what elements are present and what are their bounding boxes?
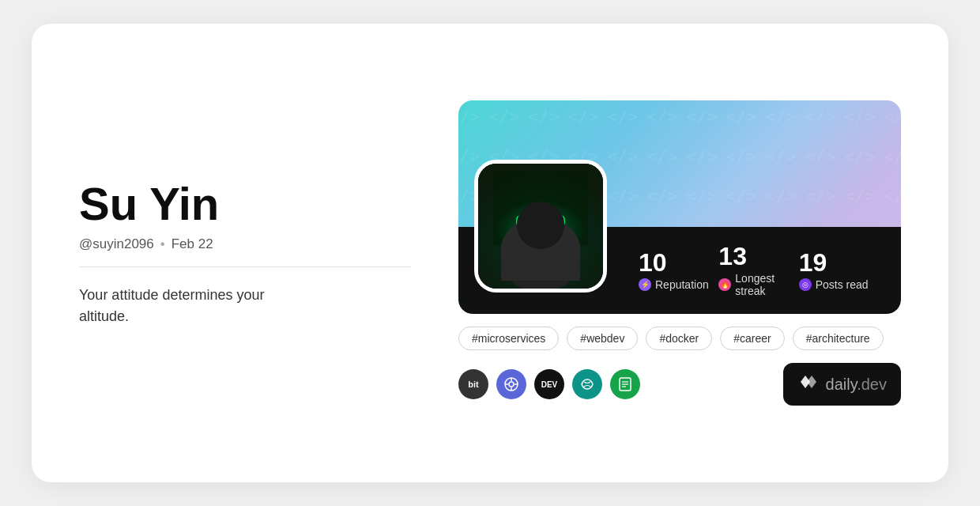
stat-posts: 19 ◎ Posts read [799, 250, 879, 291]
social-notes[interactable] [610, 369, 640, 399]
daily-logo-main: daily [826, 376, 858, 393]
right-panel: </> [458, 100, 901, 406]
stat-reputation-label: ⚡ Reputation [639, 278, 709, 291]
profile-banner: </> [458, 100, 901, 314]
svg-rect-5 [517, 216, 564, 248]
tag-webdev[interactable]: #webdev [567, 327, 638, 350]
svg-point-13 [534, 262, 546, 274]
svg-line-15 [534, 265, 546, 271]
reputation-icon: ⚡ [639, 278, 651, 291]
svg-point-10 [520, 221, 562, 266]
stat-streak-label: 🔥 Longest streak [718, 272, 798, 297]
join-date: Feb 22 [172, 236, 213, 252]
avatar [474, 160, 607, 293]
tag-architecture[interactable]: #architecture [793, 327, 884, 350]
posts-icon: ◎ [799, 278, 812, 291]
user-name: Su Yin [79, 179, 411, 229]
profile-card: Su Yin @suyin2096 • Feb 22 Your attitude… [32, 24, 948, 482]
svg-point-4 [496, 201, 586, 260]
stat-posts-value: 19 [799, 250, 827, 275]
social-dev[interactable]: DEV [534, 369, 564, 399]
stat-streak: 13 🔥 Longest streak [718, 244, 798, 297]
tag-docker[interactable]: #docker [646, 327, 712, 350]
stats-bar: 10 ⚡ Reputation 13 🔥 Longest streak [458, 227, 901, 314]
stat-streak-value: 13 [718, 244, 747, 269]
stat-reputation-value: 10 [639, 250, 667, 275]
tags-container: #microservices #webdev #docker #career #… [458, 327, 901, 350]
social-icons: bit DEV [458, 369, 640, 399]
streak-icon: 🔥 [718, 278, 731, 291]
svg-rect-3 [493, 171, 588, 245]
svg-point-18 [549, 243, 575, 278]
tag-microservices[interactable]: #microservices [458, 327, 559, 350]
daily-dev-logo: daily.dev [783, 363, 901, 406]
bottom-row: bit DEV [458, 363, 901, 406]
user-handle: @suyin2096 [79, 236, 154, 252]
svg-point-11 [522, 221, 558, 254]
user-bio: Your attitude determines youraltitude. [79, 285, 411, 327]
meta-dot: • [160, 236, 165, 252]
svg-point-17 [507, 243, 532, 278]
left-panel: Su Yin @suyin2096 • Feb 22 Your attitude… [79, 179, 411, 328]
daily-dev-icon [797, 371, 820, 398]
svg-point-12 [529, 231, 552, 255]
stat-posts-label: ◎ Posts read [799, 278, 869, 291]
tag-career[interactable]: #career [720, 327, 784, 350]
social-bit[interactable]: bit [458, 369, 488, 399]
user-meta: @suyin2096 • Feb 22 [79, 236, 411, 252]
daily-logo-suffix: .dev [857, 376, 887, 393]
svg-point-9 [510, 255, 572, 289]
avatar-art [478, 164, 603, 289]
svg-point-20 [509, 382, 514, 387]
daily-logo-text: daily.dev [826, 376, 887, 394]
svg-line-16 [534, 265, 546, 271]
stat-reputation: 10 ⚡ Reputation [639, 250, 718, 291]
social-co[interactable] [572, 369, 602, 399]
social-crosshair[interactable] [496, 369, 526, 399]
divider [79, 266, 411, 267]
